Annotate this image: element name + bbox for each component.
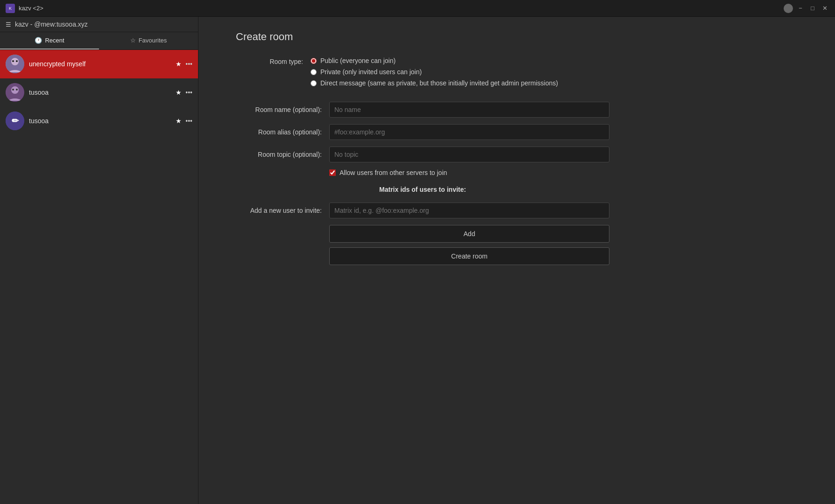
create-room-form: Room type: Public (everyone can join) Pr…: [236, 57, 609, 265]
room-alias-input[interactable]: [329, 124, 609, 140]
radio-private-input[interactable]: [311, 69, 317, 75]
room-list: unencrypted myself ★ ••• tu: [0, 50, 198, 504]
tab-favourites[interactable]: ☆ Favourites: [99, 32, 198, 49]
room-actions-0: ★ •••: [176, 60, 192, 68]
more-icon-0[interactable]: •••: [185, 60, 192, 68]
page-title: Create room: [236, 31, 798, 43]
room-name-input[interactable]: [329, 102, 609, 118]
star-icon-1[interactable]: ★: [176, 89, 182, 96]
menu-icon: ☰: [6, 21, 11, 28]
room-type-label: Room type:: [236, 57, 311, 65]
room-type-options: Public (everyone can join) Private (only…: [311, 57, 558, 91]
svg-point-5: [16, 60, 18, 62]
radio-public-label: Public (everyone can join): [320, 57, 396, 64]
room-item-tusooa-1[interactable]: tusooa ★ •••: [0, 78, 198, 107]
user-status-indicator: [784, 4, 793, 13]
room-actions-2: ★ •••: [176, 117, 192, 125]
titlebar: K kazv <2> − □ ✕: [0, 0, 835, 17]
room-name-tusooa-2: tusooa: [29, 117, 171, 125]
svg-point-8: [12, 89, 14, 91]
create-room-button[interactable]: Create room: [329, 247, 609, 265]
svg-text:K: K: [9, 6, 12, 11]
svg-text:✏: ✏: [12, 116, 19, 126]
avatar-tusooa-1: [6, 83, 24, 102]
app-icon: K: [6, 4, 15, 13]
maximize-button[interactable]: □: [808, 4, 817, 13]
room-item-unencrypted-myself[interactable]: unencrypted myself ★ •••: [0, 50, 198, 78]
radio-direct-input[interactable]: [311, 80, 317, 86]
star-icon-0[interactable]: ★: [176, 60, 182, 68]
window-controls: − □ ✕: [784, 4, 829, 13]
room-name-tusooa-1: tusooa: [29, 89, 171, 96]
room-type-row: Room type: Public (everyone can join) Pr…: [236, 57, 609, 100]
close-button[interactable]: ✕: [820, 4, 829, 13]
more-icon-1[interactable]: •••: [185, 89, 192, 96]
room-alias-row: Room alias (optional):: [236, 124, 609, 140]
radio-private[interactable]: Private (only invited users can join): [311, 68, 558, 76]
room-name-label: Room name (optional):: [236, 106, 329, 113]
add-invite-label: Add a new user to invite:: [236, 207, 329, 214]
room-item-tusooa-2[interactable]: ✏ tusooa ★ •••: [0, 107, 198, 135]
avatar-tusooa-2: ✏: [6, 112, 24, 130]
add-button[interactable]: Add: [329, 225, 609, 243]
svg-point-9: [16, 89, 18, 91]
radio-public-input[interactable]: [311, 58, 317, 64]
tab-recent-label: Recent: [45, 37, 64, 44]
radio-private-label: Private (only invited users can join): [320, 68, 422, 76]
svg-point-4: [12, 60, 14, 62]
room-actions-1: ★ •••: [176, 89, 192, 96]
sidebar: ☰ kazv - @mew:tusooa.xyz 🕐 Recent ☆ Favo…: [0, 17, 198, 504]
star-icon-2[interactable]: ★: [176, 117, 182, 125]
room-topic-input[interactable]: [329, 147, 609, 162]
radio-direct[interactable]: Direct message (same as private, but tho…: [311, 79, 558, 87]
radio-direct-label: Direct message (same as private, but tho…: [320, 79, 558, 87]
tab-favourites-label: Favourites: [139, 37, 167, 44]
avatar-unencrypted-myself: [6, 55, 24, 73]
allow-other-servers-checkbox[interactable]: [329, 169, 336, 176]
minimize-button[interactable]: −: [796, 4, 805, 13]
add-invite-row: Add a new user to invite:: [236, 203, 609, 218]
favourites-icon: ☆: [130, 37, 136, 44]
account-header[interactable]: ☰ kazv - @mew:tusooa.xyz: [0, 17, 198, 32]
titlebar-left: K kazv <2>: [6, 4, 43, 13]
sidebar-tabs: 🕐 Recent ☆ Favourites: [0, 32, 198, 50]
radio-public[interactable]: Public (everyone can join): [311, 57, 558, 64]
room-alias-label: Room alias (optional):: [236, 128, 329, 136]
room-name-row: Room name (optional):: [236, 102, 609, 118]
invite-section-title: Matrix ids of users to invite:: [236, 186, 609, 193]
room-topic-label: Room topic (optional):: [236, 151, 329, 158]
add-invite-input[interactable]: [329, 203, 609, 218]
create-room-button-row: Create room: [329, 247, 609, 265]
room-name-unencrypted-myself: unencrypted myself: [29, 60, 171, 68]
tab-recent[interactable]: 🕐 Recent: [0, 32, 99, 49]
content-area: Create room Room type: Public (everyone …: [198, 17, 835, 504]
allow-other-servers-label: Allow users from other servers to join: [340, 169, 447, 176]
more-icon-2[interactable]: •••: [185, 117, 192, 125]
allow-other-servers-row: Allow users from other servers to join: [329, 169, 609, 176]
add-button-row: Add: [329, 225, 609, 243]
account-label: kazv - @mew:tusooa.xyz: [15, 21, 88, 28]
window-title: kazv <2>: [19, 5, 43, 12]
recent-icon: 🕐: [35, 37, 42, 44]
main-layout: ☰ kazv - @mew:tusooa.xyz 🕐 Recent ☆ Favo…: [0, 17, 835, 504]
room-topic-row: Room topic (optional):: [236, 147, 609, 162]
